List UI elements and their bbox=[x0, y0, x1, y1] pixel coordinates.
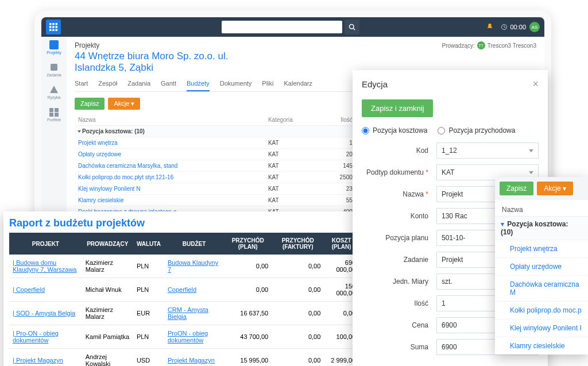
apps-button[interactable] bbox=[46, 20, 61, 34]
search-button[interactable] bbox=[345, 20, 359, 34]
search-input[interactable] bbox=[222, 21, 342, 33]
radio-cost[interactable]: Pozycja kosztowa bbox=[362, 126, 427, 134]
svg-rect-0 bbox=[49, 23, 52, 25]
report-panel: Raport z budżetu projektów PROJEKTPROWAD… bbox=[3, 211, 405, 366]
svg-rect-1 bbox=[52, 23, 55, 25]
list-item[interactable]: Klamry ciesielskie bbox=[495, 337, 588, 355]
list-item[interactable]: Klej winylowy Ponilent I bbox=[495, 319, 588, 337]
svg-rect-3 bbox=[49, 26, 52, 28]
side-actions-button[interactable]: Akcje ▾ bbox=[537, 182, 573, 195]
side-list-panel: Zapisz Akcje ▾ Nazwa ▾ Pozycja kosztowa:… bbox=[495, 177, 588, 355]
svg-rect-5 bbox=[56, 26, 58, 28]
svg-rect-13 bbox=[51, 64, 57, 71]
tab-zadania[interactable]: Zadania bbox=[127, 78, 150, 91]
radio-income[interactable]: Pozycja przychodowa bbox=[438, 126, 515, 134]
svg-rect-12 bbox=[49, 40, 59, 49]
svg-rect-2 bbox=[56, 23, 58, 25]
close-icon[interactable]: × bbox=[532, 78, 539, 90]
svg-rect-6 bbox=[49, 29, 52, 32]
type-radios: Pozycja kosztowa Pozycja przychodowa bbox=[362, 126, 539, 134]
tab-start[interactable]: Start bbox=[75, 78, 88, 91]
list-item[interactable]: Dachówka ceramiczna M bbox=[495, 275, 588, 301]
list-item[interactable]: Projekt wnętrza bbox=[495, 240, 588, 257]
svg-point-9 bbox=[350, 25, 354, 29]
side-group[interactable]: ▾ Pozycja kosztowa: (10) bbox=[495, 216, 588, 240]
save-close-button[interactable]: Zapisz i zamknij bbox=[362, 99, 433, 117]
svg-rect-16 bbox=[49, 113, 53, 117]
tab-pliki[interactable]: Pliki bbox=[262, 78, 273, 91]
tab-kalendarz[interactable]: Kalendarz bbox=[284, 78, 313, 91]
tab-gantt[interactable]: Gantt bbox=[161, 78, 176, 91]
save-button[interactable]: Zapisz bbox=[75, 98, 105, 110]
svg-rect-4 bbox=[52, 26, 55, 28]
project-lead: Prowadzący: TT Trescon3 Trescon3 bbox=[442, 41, 536, 49]
rail-portfele[interactable]: Portfele bbox=[47, 107, 61, 122]
notifications-icon[interactable] bbox=[486, 23, 494, 31]
user-avatar[interactable]: AS bbox=[529, 22, 540, 32]
tab-dokumenty[interactable]: Dokumenty bbox=[220, 78, 252, 91]
rail-zadania[interactable]: Zadania bbox=[47, 63, 61, 77]
tab-zespół[interactable]: Zespół bbox=[98, 78, 117, 91]
report-table: PROJEKTPROWADZĄCYWALUTABUDŻETPRZYCHÓD (P… bbox=[9, 233, 400, 366]
topbar: 00:00 AS bbox=[41, 17, 544, 37]
rail-projekty[interactable]: Projekty bbox=[47, 40, 61, 55]
svg-rect-15 bbox=[55, 108, 59, 112]
modal-title: Edycja bbox=[362, 79, 388, 89]
report-title: Raport z budżetu projektów bbox=[9, 217, 400, 229]
table-row[interactable]: | CoperfieldMichał WnukPLNCoperfield0,00… bbox=[9, 278, 400, 302]
side-save-button[interactable]: Zapisz bbox=[500, 182, 533, 195]
svg-rect-7 bbox=[52, 29, 55, 32]
table-row[interactable]: | Projekt MagazynAndrzej KowalskiUSDProj… bbox=[9, 349, 400, 367]
svg-line-10 bbox=[353, 28, 355, 30]
list-item[interactable]: Opłaty urzędowe bbox=[495, 257, 588, 275]
actions-button[interactable]: Akcje ▾ bbox=[108, 98, 140, 110]
table-row[interactable]: | SOD - Amysta BelgiaKazimierz MalarzEUR… bbox=[9, 302, 400, 325]
table-row[interactable]: | Budowa domu Klaudyny 7, WarszawaKazimi… bbox=[9, 255, 400, 278]
svg-rect-14 bbox=[49, 108, 53, 112]
svg-rect-8 bbox=[56, 29, 58, 32]
table-row[interactable]: | Pro-ON - obieg dokumentówKamil Pamiątk… bbox=[9, 325, 400, 349]
timer-display: 00:00 bbox=[501, 24, 526, 30]
page-title: 44 Wnętrze biura Moro Sp. zo.o. ul. Isla… bbox=[75, 51, 270, 74]
nav-rail: Projekty Zadania Ryzyka Portfele bbox=[41, 37, 67, 233]
rail-ryzyka[interactable]: Ryzyka bbox=[48, 85, 61, 99]
tab-budżety[interactable]: Budżety bbox=[187, 78, 210, 91]
svg-rect-17 bbox=[55, 113, 59, 117]
side-header: Nazwa bbox=[495, 200, 588, 216]
list-item[interactable]: Kołki poliprop.do moc.p bbox=[495, 301, 588, 319]
field-kod: Kod1_12 bbox=[362, 142, 539, 159]
kod-select[interactable]: 1_12 bbox=[436, 142, 539, 159]
